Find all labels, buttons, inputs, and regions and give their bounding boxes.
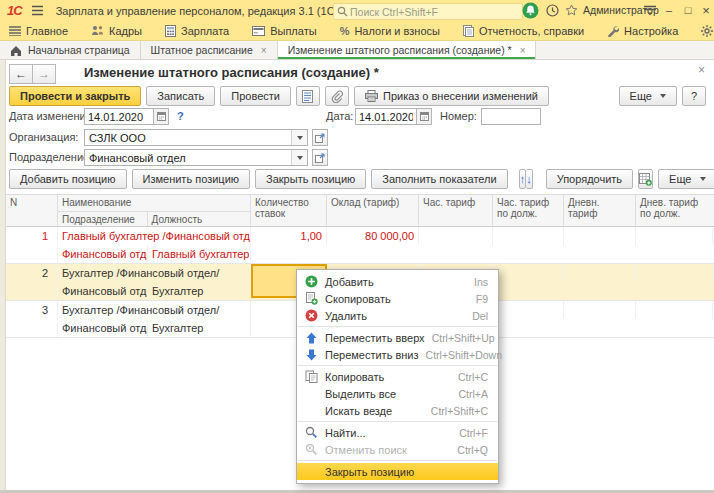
close-form-icon[interactable]: × [698, 63, 705, 77]
home-icon [10, 45, 22, 56]
col-header-dept[interactable]: Подразделение [58, 212, 148, 227]
history-icon[interactable] [546, 4, 559, 17]
col-header-name[interactable]: Наименование [58, 195, 250, 211]
chevron-down-icon [700, 177, 706, 181]
col-header-qty[interactable]: Количество ставок [251, 195, 327, 226]
post-and-close-button[interactable]: Провести и закрыть [9, 86, 141, 106]
menu-item-select-all[interactable]: Выделить все Ctrl+A [297, 385, 498, 402]
menu-separator [298, 460, 497, 461]
change-date-help-icon[interactable]: ? [177, 110, 184, 122]
menu-item-find[interactable]: Найти... Ctrl+F [297, 424, 498, 441]
order-button[interactable]: Упорядочить [546, 169, 633, 189]
section-glavnoe[interactable]: Главное [9, 25, 68, 37]
form-more-button[interactable]: Еще [619, 86, 677, 106]
col-header-day-rate[interactable]: Дневн. тариф [564, 195, 636, 226]
col-header-day-rate-pos[interactable]: Днев. тариф по долж. [636, 195, 713, 226]
title-bar: 1С Зарплата и управление персоналом, ред… [0, 0, 714, 21]
table-row[interactable]: 1 Главный бухгалтер /Финансовый отдел/ 1… [6, 227, 714, 264]
post-button[interactable]: Провести [220, 86, 291, 106]
section-nastroika[interactable]: Настройка [607, 25, 678, 37]
minimize-button[interactable]: – [661, 0, 677, 20]
print-order-button[interactable]: Приказ о внесении изменений [354, 86, 549, 106]
search-icon [337, 6, 348, 17]
app-window: 1С Зарплата и управление персоналом, ред… [0, 0, 714, 493]
tab-staffing[interactable]: Штатное расписание × [141, 41, 278, 59]
move-up-button[interactable]: ↑ [519, 169, 527, 189]
organization-label: Организация: [9, 131, 78, 143]
col-header-salary[interactable]: Оклад (тариф) [327, 195, 419, 226]
col-header-hour-rate-pos[interactable]: Час. тариф по долж. [493, 195, 564, 226]
edit-position-button[interactable]: Изменить позицию [132, 169, 251, 189]
department-combo[interactable]: Финансовый отдел [84, 149, 308, 166]
change-date-label: Дата изменений: [9, 110, 95, 122]
date-input[interactable] [355, 108, 417, 125]
forward-button[interactable]: → [33, 64, 56, 84]
menu-item-cancel-search[interactable]: Отменить поиск Ctrl+Q [297, 441, 498, 458]
notifications-icon[interactable] [522, 2, 539, 19]
menu-item-search-everywhere[interactable]: Искать везде Ctrl+Shift+C [297, 402, 498, 419]
col-header-n[interactable]: N [6, 195, 58, 226]
section-kadry[interactable]: Кадры [91, 25, 142, 37]
favorites-icon[interactable] [565, 4, 578, 17]
menu-item-add[interactable]: Добавить Ins [297, 273, 498, 290]
main-menu-icon[interactable] [31, 5, 44, 16]
col-header-pos[interactable]: Должность [148, 212, 250, 227]
number-input[interactable] [481, 108, 541, 125]
change-date-input[interactable] [84, 108, 154, 125]
section-nalogi[interactable]: % Налоги и взносы [340, 25, 440, 37]
add-position-button[interactable]: Добавить позицию [9, 169, 127, 189]
people-icon [91, 25, 104, 36]
back-button[interactable]: ← [9, 64, 33, 84]
dropdown-icon[interactable] [291, 130, 307, 145]
gear-icon [701, 25, 713, 37]
search-input[interactable] [348, 5, 502, 19]
close-tab-icon[interactable]: × [261, 45, 267, 56]
organization-open-button[interactable] [312, 129, 328, 146]
change-form-button[interactable] [638, 169, 653, 189]
fill-indicators-button[interactable]: Заполнить показатели [371, 169, 507, 189]
section-otchetnost[interactable]: Отчетность, справки [463, 25, 584, 37]
menu-item-copy[interactable]: Копировать Ctrl+C [297, 368, 498, 385]
menu-item-move-down[interactable]: Переместить вниз Ctrl+Shift+Down [297, 346, 498, 363]
dropdown-icon[interactable] [291, 150, 307, 165]
menu-item-move-up[interactable]: Переместить вверх Ctrl+Shift+Up [297, 329, 498, 346]
close-position-button[interactable]: Закрыть позицию [255, 169, 366, 189]
tab-home[interactable]: Начальная страница [0, 41, 141, 59]
section-administrirovanie[interactable]: Администрирование [701, 25, 714, 37]
calculator-icon [165, 25, 176, 37]
copy-new-icon [305, 292, 318, 305]
attached-files-button[interactable] [325, 86, 349, 106]
menu-separator [298, 421, 497, 422]
col-header-hour-rate[interactable]: Час. тариф [419, 195, 493, 226]
field-row-dates: Дата изменений: ? Дата: Номер: [0, 108, 714, 126]
close-window-button[interactable]: × [698, 0, 714, 20]
sections-menu: Главное Кадры Зарплата Выплаты % Налоги … [0, 21, 714, 41]
move-down-button[interactable]: ↓ [526, 169, 533, 189]
menu-item-close-position[interactable]: Закрыть позицию [297, 463, 498, 480]
menu-separator [298, 365, 497, 366]
menu-item-copy-new[interactable]: Скопировать F9 [297, 290, 498, 307]
change-date-calendar-button[interactable] [154, 108, 169, 125]
section-zarplata[interactable]: Зарплата [165, 25, 229, 37]
table-more-button[interactable]: Еще [658, 169, 714, 189]
open-windows-tabbar: Начальная страница Штатное расписание × … [0, 41, 714, 60]
menu-item-delete[interactable]: Удалить Del [297, 307, 498, 324]
department-open-button[interactable] [312, 149, 328, 166]
write-button[interactable]: Записать [146, 86, 215, 106]
calendar-icon [420, 112, 429, 121]
maximize-button[interactable]: □ [680, 0, 696, 20]
close-tab-icon[interactable]: × [520, 45, 526, 56]
help-button[interactable]: ? [682, 86, 706, 106]
open-icon [315, 133, 325, 143]
service-menu-icon[interactable] [643, 5, 657, 16]
global-search[interactable] [333, 3, 523, 20]
calendar-icon [157, 112, 166, 121]
document-structure-button[interactable] [296, 86, 320, 106]
add-icon [305, 275, 318, 288]
date-calendar-button[interactable] [417, 108, 432, 125]
percent-icon: % [340, 25, 350, 37]
organization-combo[interactable]: СЗЛК ООО [84, 129, 308, 146]
col-header-name-group: Наименование Подразделение Должность [58, 195, 251, 226]
section-vyplaty[interactable]: Выплаты [252, 25, 316, 37]
tab-staffing-change[interactable]: Изменение штатного расписания (создание)… [278, 41, 537, 59]
